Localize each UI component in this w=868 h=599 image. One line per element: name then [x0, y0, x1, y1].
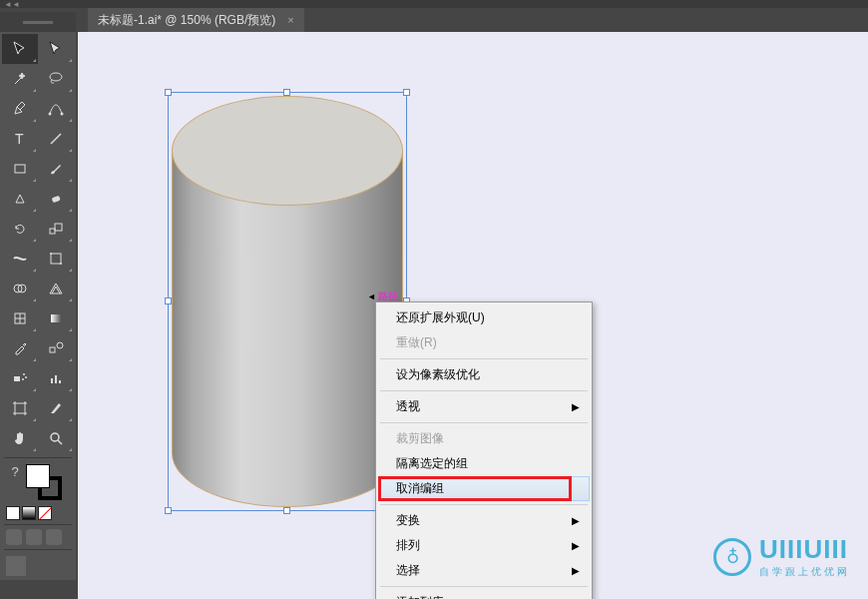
divider — [4, 549, 72, 550]
resize-handle[interactable] — [165, 89, 172, 96]
shape-builder-tool[interactable] — [2, 274, 38, 303]
line-tool[interactable] — [38, 124, 74, 154]
eraser-tool[interactable] — [38, 184, 74, 214]
document-tab[interactable]: 未标题-1.ai* @ 150% (RGB/预览) × — [88, 8, 304, 32]
menu-item-undo[interactable]: 还原扩展外观(U) — [378, 305, 590, 330]
svg-point-2 — [61, 113, 64, 116]
divider — [4, 524, 72, 525]
selection-tool[interactable] — [2, 34, 38, 64]
direct-selection-tool[interactable] — [38, 34, 74, 64]
mesh-tool[interactable] — [2, 303, 38, 333]
tab-title: 未标题-1.ai* @ 150% (RGB/预览) — [98, 12, 275, 29]
tool-grid: T — [0, 32, 76, 455]
bulb-icon: ♁ — [713, 538, 751, 576]
lasso-tool[interactable] — [38, 64, 74, 94]
artboard-tool[interactable] — [2, 393, 38, 423]
menu-item-select[interactable]: 选择▶ — [378, 558, 590, 583]
resize-handle[interactable] — [283, 507, 290, 514]
draw-mode-row — [0, 527, 76, 547]
scale-tool[interactable] — [38, 214, 74, 244]
menu-separator — [380, 586, 588, 587]
svg-rect-24 — [59, 380, 61, 383]
curvature-tool[interactable] — [38, 94, 74, 124]
resize-handle[interactable] — [165, 298, 172, 304]
menu-item-transform[interactable]: 变换▶ — [378, 508, 590, 533]
rectangle-tool[interactable] — [2, 154, 38, 184]
gradient-tool[interactable] — [38, 303, 74, 333]
help-icon[interactable]: ? — [6, 464, 24, 479]
draw-normal-icon[interactable] — [6, 529, 22, 545]
svg-point-11 — [60, 263, 62, 265]
close-icon[interactable]: × — [287, 14, 293, 26]
svg-point-20 — [25, 376, 27, 378]
color-mode-solid[interactable] — [6, 506, 20, 520]
draw-behind-icon[interactable] — [26, 529, 42, 545]
zoom-tool[interactable] — [38, 423, 74, 453]
svg-point-10 — [50, 253, 52, 255]
svg-line-4 — [51, 134, 61, 144]
width-tool[interactable] — [2, 244, 38, 274]
screen-mode-icon[interactable] — [6, 556, 26, 576]
pen-tool[interactable] — [2, 94, 38, 124]
rotate-tool[interactable] — [2, 214, 38, 244]
column-graph-tool[interactable] — [38, 363, 74, 393]
menu-item-perspective[interactable]: 透视▶ — [378, 394, 590, 419]
symbol-sprayer-tool[interactable] — [2, 363, 38, 393]
draw-inside-icon[interactable] — [46, 529, 62, 545]
menu-item-isolate[interactable]: 隔离选定的组 — [378, 451, 590, 476]
watermark-sub: 自学跟上优优网 — [759, 565, 850, 579]
divider — [4, 457, 72, 458]
magic-wand-tool[interactable] — [2, 64, 38, 94]
svg-rect-22 — [51, 378, 53, 383]
menu-item-redo: 重做(R) — [378, 330, 590, 355]
collapse-arrows-icon[interactable]: ◄◄ — [4, 0, 20, 9]
svg-rect-5 — [15, 165, 25, 173]
hand-tool[interactable] — [2, 423, 38, 453]
resize-handle[interactable] — [283, 89, 290, 96]
document-tab-bar: 未标题-1.ai* @ 150% (RGB/预览) × — [0, 8, 868, 32]
free-transform-tool[interactable] — [38, 244, 74, 274]
svg-rect-7 — [50, 229, 55, 234]
shaper-tool[interactable] — [2, 184, 38, 214]
svg-point-1 — [49, 113, 52, 116]
menu-separator — [380, 390, 588, 391]
canvas[interactable]: 路径 还原扩展外观(U)重做(R)设为像素级优化透视▶裁剪图像隔离选定的组取消编… — [78, 32, 868, 599]
color-mode-gradient[interactable] — [22, 506, 36, 520]
svg-rect-9 — [51, 254, 61, 264]
tools-panel: T ? — [0, 12, 76, 580]
color-mode-row — [0, 504, 76, 522]
submenu-arrow-icon: ▶ — [572, 565, 580, 576]
fill-stroke-control[interactable]: ? — [0, 460, 76, 504]
svg-text:T: T — [15, 131, 24, 147]
svg-rect-18 — [14, 376, 20, 381]
svg-rect-16 — [50, 347, 55, 352]
menu-item-pixel-perfect[interactable]: 设为像素级优化 — [378, 362, 590, 387]
svg-rect-25 — [15, 403, 25, 413]
menu-item-arrange[interactable]: 排列▶ — [378, 533, 590, 558]
submenu-arrow-icon: ▶ — [572, 515, 580, 526]
menu-item-add-library[interactable]: 添加到库 — [378, 590, 590, 599]
slice-tool[interactable] — [38, 393, 74, 423]
svg-rect-8 — [55, 224, 62, 231]
resize-handle[interactable] — [403, 89, 410, 96]
eyedropper-tool[interactable] — [2, 333, 38, 363]
watermark-brand: UIIIUIII — [759, 534, 848, 564]
menu-separator — [380, 504, 588, 505]
screen-mode-row — [0, 552, 76, 580]
resize-handle[interactable] — [165, 507, 172, 514]
svg-point-21 — [22, 378, 24, 380]
svg-point-26 — [51, 433, 59, 441]
svg-rect-23 — [55, 375, 57, 383]
menu-item-crop: 裁剪图像 — [378, 426, 590, 451]
app-header-strip: ◄◄ — [0, 0, 868, 8]
type-tool[interactable]: T — [2, 124, 38, 154]
svg-point-19 — [23, 373, 25, 375]
blend-tool[interactable] — [38, 333, 74, 363]
paintbrush-tool[interactable] — [38, 154, 74, 184]
menu-item-ungroup[interactable]: 取消编组 — [378, 476, 590, 501]
watermark: ♁ UIIIUIII 自学跟上优优网 — [713, 534, 850, 579]
panel-grip[interactable] — [0, 12, 76, 32]
fill-swatch[interactable] — [26, 464, 50, 488]
perspective-grid-tool[interactable] — [38, 274, 74, 303]
color-mode-none[interactable] — [38, 506, 52, 520]
